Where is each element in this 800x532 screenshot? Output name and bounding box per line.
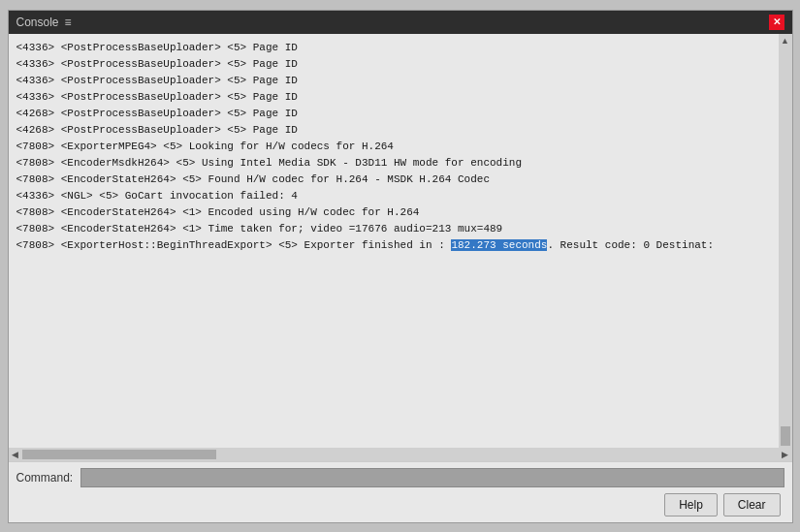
log-line: <7808> <EncoderStateH264> <5> Found H/W … [16, 173, 490, 185]
log-line: <7808> <ExporterMPEG4> <5> Looking for H… [16, 141, 394, 152]
log-line: <4336> <PostProcessBaseUploader> <5> Pag… [16, 91, 298, 103]
menu-icon[interactable]: ≡ [65, 16, 72, 29]
log-line: <4336> <PostProcessBaseUploader> <5> Pag… [16, 42, 298, 53]
clear-button[interactable]: Clear [723, 493, 781, 516]
scroll-thumb-horizontal[interactable] [22, 450, 216, 459]
log-line: <4336> <PostProcessBaseUploader> <5> Pag… [16, 58, 298, 70]
scroll-left-arrow[interactable]: ◀ [9, 448, 22, 461]
title-bar-left: Console ≡ [16, 16, 72, 29]
h-scroll-track[interactable] [22, 448, 779, 461]
title-bar: Console ≡ ✕ [9, 11, 792, 34]
close-button[interactable]: ✕ [769, 15, 784, 30]
help-button[interactable]: Help [664, 493, 718, 516]
vertical-scrollbar[interactable]: ▲ ▼ [779, 34, 792, 461]
horizontal-scrollbar[interactable]: ◀ ▶ [9, 448, 792, 461]
bottom-bar: Command: Help Clear [9, 461, 792, 522]
log-line: <4336> <PostProcessBaseUploader> <5> Pag… [16, 75, 298, 86]
log-line: <4268> <PostProcessBaseUploader> <5> Pag… [16, 108, 298, 119]
log-line: <7808> <EncoderStateH264> <1> Time taken… [16, 223, 503, 235]
log-line: <7808> <EncoderStateH264> <1> Encoded us… [16, 206, 420, 218]
buttons-row: Help Clear [16, 493, 784, 516]
command-row: Command: [16, 468, 784, 487]
log-line-highlighted: <7808> <ExporterHost::BeginThreadExport>… [16, 239, 715, 251]
output-inner: <4336> <PostProcessBaseUploader> <5> Pag… [9, 34, 779, 448]
console-output: <4336> <PostProcessBaseUploader> <5> Pag… [9, 34, 779, 261]
log-line: <7808> <EncoderMsdkH264> <5> Using Intel… [16, 157, 523, 169]
command-label: Command: [16, 471, 74, 485]
scroll-up-arrow[interactable]: ▲ [779, 34, 792, 47]
scroll-right-arrow[interactable]: ▶ [779, 448, 792, 461]
console-window: Console ≡ ✕ <4336> <PostProcessBaseUploa… [8, 10, 793, 523]
console-title: Console [16, 16, 59, 29]
highlighted-value: 182.273 seconds [451, 239, 547, 251]
log-line: <4336> <NGL> <5> GoCart invocation faile… [16, 190, 298, 202]
log-line: <4268> <PostProcessBaseUploader> <5> Pag… [16, 124, 298, 136]
command-input[interactable] [80, 468, 784, 487]
output-wrapper: <4336> <PostProcessBaseUploader> <5> Pag… [9, 34, 792, 461]
scroll-thumb-vertical[interactable] [781, 426, 790, 446]
